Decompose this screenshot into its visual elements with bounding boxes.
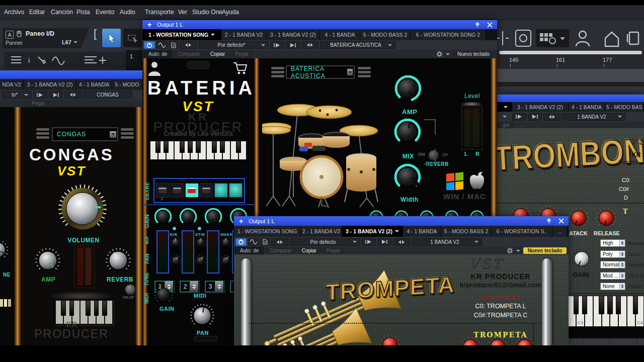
tab-2-1-banda-v2[interactable]: 2 - 1 BANDA V2 [301,226,342,237]
dropdown-value-box[interactable]: High [600,239,625,247]
trompeta-knob[interactable] [514,336,536,345]
piano-key-black[interactable] [155,141,160,153]
congas-amp-knob[interactable] [34,247,61,274]
nuevo-teclado-button[interactable]: Nuevo teclado [523,247,567,254]
wave-icon-button[interactable] [248,238,259,246]
trompeta-knob[interactable] [379,334,401,345]
tab-6-worstation-s-[interactable]: 6 - WORSTATION S.. [492,226,552,237]
gear-caret[interactable] [516,250,520,252]
patch-prev-next[interactable] [301,41,318,49]
tab-5-modo-bas[interactable]: 5 - MODO BAS [605,102,644,112]
bottom-pan-knob[interactable] [189,303,215,329]
tab-4-1-banda[interactable]: 4 - 1 BANDA [569,102,605,112]
close-icon[interactable] [558,218,564,224]
window-titlebar[interactable]: + Output 1 L [142,20,497,29]
patch-dropdown[interactable]: 1 BANDA V2 [412,238,482,246]
kit-selector-lcd[interactable]: BATERICA ACUSTICA [286,65,355,79]
pin-icon[interactable] [474,22,480,28]
gear-caret[interactable] [446,53,450,55]
amp-knob[interactable] [393,74,423,103]
timeline-ruler[interactable]: 145161177 [497,55,644,69]
next-event-button[interactable] [512,113,526,121]
tab-3-1-banda-v2-2-[interactable]: 3 - 1 BANDA V2 (2) [24,79,76,90]
mixer-gain-knob[interactable] [153,207,173,226]
arrow-tool-button[interactable] [102,29,121,47]
piano-key-black[interactable] [574,296,579,314]
piano-key-black[interactable] [69,300,74,316]
pegar-button[interactable]: gar [498,122,514,128]
wave-icon-button[interactable] [156,41,168,49]
tab-1-worstation-song[interactable]: 1 - WORSTATION SONG [234,226,301,237]
mix-knob[interactable] [393,117,422,146]
piano-key-black[interactable] [212,141,217,153]
midi-spinner[interactable] [190,281,198,292]
congas-lcd-caret[interactable] [110,131,116,138]
tab-3-1-banda-v2-2-[interactable]: 3 - 1 BANDA V2 (2) [342,226,403,237]
preset-prev-next[interactable] [180,41,197,49]
piano-key-black[interactable] [607,296,612,314]
pegar-button[interactable]: Pegar [230,51,253,57]
piano-key-black[interactable] [188,141,193,153]
preset-dropdown[interactable]: Por defecto [290,238,360,246]
piano-key-black[interactable] [582,296,587,314]
drum-pad[interactable]: 2 [156,183,170,198]
congas-reverb-knob[interactable] [105,247,132,274]
preset-dropdown[interactable]: to* [2,91,32,99]
congas-lcd[interactable]: CONGAS [52,127,118,141]
bateria-keyboard-keys[interactable] [150,141,247,160]
piano-key-black[interactable] [616,296,621,314]
menu-audio[interactable]: Audio [120,5,135,19]
pan-knob-stik[interactable] [195,236,207,248]
midi-channel-selector[interactable]: 3 [205,281,225,293]
patch-prev-next[interactable] [543,113,560,121]
menu-transporte[interactable]: Transporte [145,5,174,19]
window-titlebar[interactable] [497,95,644,102]
onoff-button[interactable] [125,284,136,295]
piano-key-black[interactable] [633,296,638,314]
tune-knob-snare[interactable] [220,254,232,266]
close-icon[interactable] [487,22,493,28]
preset-file-button[interactable] [261,238,270,246]
pan-knob-snare[interactable] [220,236,232,248]
piano-key-black[interactable] [180,141,185,153]
patch-dropdown[interactable]: 1 BANDA V2 [562,113,625,121]
end-event-button[interactable] [377,238,391,246]
copiar-button[interactable]: Copiar [206,51,229,57]
preset-file-button[interactable] [169,41,178,49]
mixer-gain-knob[interactable] [204,207,223,226]
add-tab-button[interactable]: + [239,218,243,225]
window-titlebar[interactable] [0,70,142,79]
piano-key-black[interactable] [86,300,91,316]
patch-dropdown[interactable]: CONGAS [83,91,132,99]
next-event-button[interactable] [362,238,376,246]
drum-pad[interactable] [185,183,199,198]
window-titlebar[interactable]: + Output 1 L [234,216,569,226]
menu-editar[interactable]: Editar [29,5,45,19]
piano-key-black[interactable] [236,141,241,153]
piano-key-black[interactable] [61,300,66,316]
menu-pista[interactable]: Pista [76,5,90,19]
tab-4-1-banda[interactable]: 4 - 1 BANDA [76,79,112,90]
width-knob[interactable] [393,162,422,192]
tab--[interactable]: ... [552,226,568,237]
menu-ver[interactable]: Ver [178,5,187,19]
trombon-keyboard-keys[interactable]: C3C4 [568,296,644,327]
piano-key-black[interactable] [164,141,169,153]
bottom-gain-knob[interactable] [153,285,174,305]
kit-selector-caret[interactable] [347,69,353,75]
side-knob[interactable] [0,239,9,261]
piano-key-black[interactable] [94,300,99,316]
preset-dropdown[interactable]: Por defecto* [198,41,269,49]
preset-prev-next[interactable] [271,238,288,246]
horizontal-scrollbar[interactable] [499,51,642,54]
end-event-button[interactable] [528,113,542,121]
tab-3-1-banda-v2-2-[interactable]: 3 - 1 BANDA V2 (2) [267,29,320,40]
pegar-button[interactable]: Pegar [322,247,345,254]
comparar-button[interactable]: Comparar [173,51,204,57]
tab-1-worstation-song[interactable]: 1 - WORSTATION SONG [142,29,221,40]
patch-dropdown[interactable]: BATERICA ACUSTICA [320,41,395,49]
bypass-power-button[interactable] [144,41,155,49]
tune-knob-kik[interactable] [170,254,182,266]
plugin-window-congas[interactable]: NDA V23 - 1 BANDA V2 (2)4 - 1 BANDA5 - M… [0,70,142,345]
comparar-button[interactable]: Comparar [265,247,296,254]
